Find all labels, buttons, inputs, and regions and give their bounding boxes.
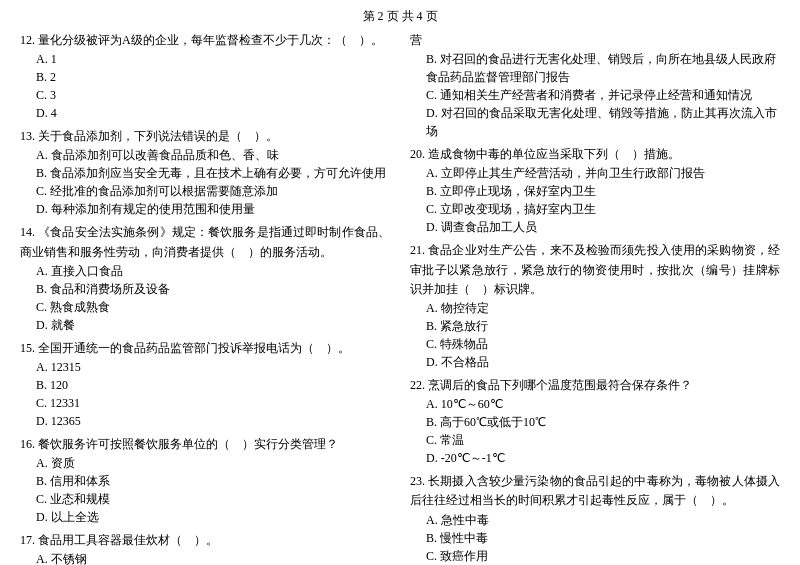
option: D. 调查食品加工人员 bbox=[426, 218, 780, 236]
option: C. 经批准的食品添加剂可以根据需要随意添加 bbox=[36, 182, 390, 200]
question-17-title: 17. 食品用工具容器最佳炊材（ ）。 bbox=[20, 531, 390, 550]
option: D. 每种添加剂有规定的使用范围和使用量 bbox=[36, 200, 390, 218]
option: C. 3 bbox=[36, 86, 390, 104]
question-12-title: 12. 量化分级被评为A级的企业，每年监督检查不少于几次：（ ）。 bbox=[20, 31, 390, 50]
option: C. 12331 bbox=[36, 394, 390, 412]
option: D. 12365 bbox=[36, 412, 390, 430]
option: C. 常温 bbox=[426, 431, 780, 449]
option: B. 高于60℃或低于10℃ bbox=[426, 413, 780, 431]
option: A. 10℃～60℃ bbox=[426, 395, 780, 413]
question-13-title: 13. 关于食品添加剂，下列说法错误的是（ ）。 bbox=[20, 127, 390, 146]
question-13-options: A. 食品添加剂可以改善食品品质和色、香、味 B. 食品添加剂应当安全无毒，且在… bbox=[20, 146, 390, 218]
option: D. 4 bbox=[36, 104, 390, 122]
option: B. 食品添加剂应当安全无毒，且在技术上确有必要，方可允许使用 bbox=[36, 164, 390, 182]
option: C. 熟食成熟食 bbox=[36, 298, 390, 316]
option: D. -20℃～-1℃ bbox=[426, 449, 780, 467]
option: C. 业态和规模 bbox=[36, 490, 390, 508]
question-15-options: A. 12315 B. 120 C. 12331 D. 12365 bbox=[20, 358, 390, 430]
question-12: 12. 量化分级被评为A级的企业，每年监督检查不少于几次：（ ）。 A. 1 B… bbox=[20, 31, 390, 122]
question-17-options: A. 不锈钢 B. 木制品 C. 竹制品 D. 铝制品 bbox=[20, 550, 390, 565]
option: D. 不合格品 bbox=[426, 353, 780, 371]
question-15: 15. 全国开通统一的食品药品监管部门投诉举报电话为（ ）。 A. 12315 … bbox=[20, 339, 390, 430]
left-column: 12. 量化分级被评为A级的企业，每年监督检查不少于几次：（ ）。 A. 1 B… bbox=[20, 31, 390, 565]
question-19-cont-title: 营 bbox=[410, 31, 780, 50]
question-23: 23. 长期摄入含较少量污染物的食品引起的中毒称为，毒物被人体摄入后往往经过相当… bbox=[410, 472, 780, 565]
option: A. 立即停止其生产经营活动，并向卫生行政部门报告 bbox=[426, 164, 780, 182]
option: B. 2 bbox=[36, 68, 390, 86]
question-23-title: 23. 长期摄入含较少量污染物的食品引起的中毒称为，毒物被人体摄入后往往经过相当… bbox=[410, 472, 780, 510]
question-13: 13. 关于食品添加剂，下列说法错误的是（ ）。 A. 食品添加剂可以改善食品品… bbox=[20, 127, 390, 218]
option: B. 120 bbox=[36, 376, 390, 394]
question-19-cont: 营 B. 对召回的食品进行无害化处理、销毁后，向所在地县级人民政府食品药品监督管… bbox=[410, 31, 780, 140]
question-16-options: A. 资质 B. 信用和体系 C. 业态和规模 D. 以上全选 bbox=[20, 454, 390, 526]
page: 第 2 页 共 4 页 12. 量化分级被评为A级的企业，每年监督检查不少于几次… bbox=[0, 0, 800, 565]
option: B. 慢性中毒 bbox=[426, 529, 780, 547]
option: C. 致癌作用 bbox=[426, 547, 780, 565]
question-16-title: 16. 餐饮服务许可按照餐饮服务单位的（ ）实行分类管理？ bbox=[20, 435, 390, 454]
option: D. 对召回的食品采取无害化处理、销毁等措施，防止其再次流入市场 bbox=[426, 104, 780, 140]
option: B. 紧急放行 bbox=[426, 317, 780, 335]
question-17: 17. 食品用工具容器最佳炊材（ ）。 A. 不锈钢 B. 木制品 C. 竹制品… bbox=[20, 531, 390, 565]
question-14-options: A. 直接入口食品 B. 食品和消费场所及设备 C. 熟食成熟食 D. 就餐 bbox=[20, 262, 390, 334]
question-22: 22. 烹调后的食品下列哪个温度范围最符合保存条件？ A. 10℃～60℃ B.… bbox=[410, 376, 780, 467]
question-14: 14. 《食品安全法实施条例》规定：餐饮服务是指通过即时制作食品、商业销售和服务… bbox=[20, 223, 390, 333]
question-19-cont-options: B. 对召回的食品进行无害化处理、销毁后，向所在地县级人民政府食品药品监督管理部… bbox=[410, 50, 780, 140]
question-22-title: 22. 烹调后的食品下列哪个温度范围最符合保存条件？ bbox=[410, 376, 780, 395]
content-columns: 12. 量化分级被评为A级的企业，每年监督检查不少于几次：（ ）。 A. 1 B… bbox=[20, 31, 780, 565]
option: B. 信用和体系 bbox=[36, 472, 390, 490]
option: C. 特殊物品 bbox=[426, 335, 780, 353]
option: D. 以上全选 bbox=[36, 508, 390, 526]
option: A. 食品添加剂可以改善食品品质和色、香、味 bbox=[36, 146, 390, 164]
option: B. 食品和消费场所及设备 bbox=[36, 280, 390, 298]
option: B. 对召回的食品进行无害化处理、销毁后，向所在地县级人民政府食品药品监督管理部… bbox=[426, 50, 780, 86]
question-21: 21. 食品企业对生产公告，来不及检验而须先投入使用的采购物资，经审批子以紧急放… bbox=[410, 241, 780, 371]
question-14-title: 14. 《食品安全法实施条例》规定：餐饮服务是指通过即时制作食品、商业销售和服务… bbox=[20, 223, 390, 261]
option: A. 12315 bbox=[36, 358, 390, 376]
option: A. 急性中毒 bbox=[426, 511, 780, 529]
option: A. 物控待定 bbox=[426, 299, 780, 317]
option: D. 就餐 bbox=[36, 316, 390, 334]
option: C. 通知相关生产经营者和消费者，并记录停止经营和通知情况 bbox=[426, 86, 780, 104]
question-15-title: 15. 全国开通统一的食品药品监管部门投诉举报电话为（ ）。 bbox=[20, 339, 390, 358]
option: A. 资质 bbox=[36, 454, 390, 472]
question-20-title: 20. 造成食物中毒的单位应当采取下列（ ）措施。 bbox=[410, 145, 780, 164]
question-12-options: A. 1 B. 2 C. 3 D. 4 bbox=[20, 50, 390, 122]
question-21-options: A. 物控待定 B. 紧急放行 C. 特殊物品 D. 不合格品 bbox=[410, 299, 780, 371]
question-22-options: A. 10℃～60℃ B. 高于60℃或低于10℃ C. 常温 D. -20℃～… bbox=[410, 395, 780, 467]
page-number: 第 2 页 共 4 页 bbox=[20, 8, 780, 25]
question-23-options: A. 急性中毒 B. 慢性中毒 C. 致癌作用 D. 致敏作用 bbox=[410, 511, 780, 566]
question-20-options: A. 立即停止其生产经营活动，并向卫生行政部门报告 B. 立即停止现场，保好室内… bbox=[410, 164, 780, 236]
question-20: 20. 造成食物中毒的单位应当采取下列（ ）措施。 A. 立即停止其生产经营活动… bbox=[410, 145, 780, 236]
option: A. 直接入口食品 bbox=[36, 262, 390, 280]
question-16: 16. 餐饮服务许可按照餐饮服务单位的（ ）实行分类管理？ A. 资质 B. 信… bbox=[20, 435, 390, 526]
option: C. 立即改变现场，搞好室内卫生 bbox=[426, 200, 780, 218]
question-21-title: 21. 食品企业对生产公告，来不及检验而须先投入使用的采购物资，经审批子以紧急放… bbox=[410, 241, 780, 299]
option: A. 不锈钢 bbox=[36, 550, 390, 565]
option: A. 1 bbox=[36, 50, 390, 68]
right-column: 营 B. 对召回的食品进行无害化处理、销毁后，向所在地县级人民政府食品药品监督管… bbox=[410, 31, 780, 565]
option: B. 立即停止现场，保好室内卫生 bbox=[426, 182, 780, 200]
